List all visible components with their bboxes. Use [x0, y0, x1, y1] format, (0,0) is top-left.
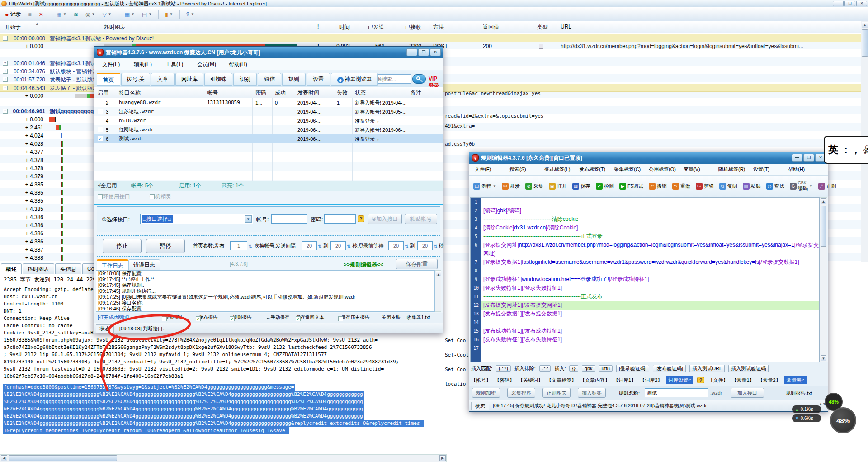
- constants-button[interactable]: 常量表<: [784, 376, 807, 384]
- save-config-button[interactable]: 保存配置: [396, 259, 438, 269]
- code-line-8[interactable]: 8: [471, 267, 819, 275]
- scroll-right-icon[interactable]: ▶: [439, 455, 446, 461]
- collector-file-link[interactable]: 收集器1.txt: [407, 314, 430, 321]
- code-line-14[interactable]: 14: [471, 318, 819, 327]
- code-line-15[interactable]: 15[发布成功特征1][/发布成功特征1]: [471, 327, 819, 335]
- save-return-text-checkbox[interactable]: ✓保存返回文本: [296, 314, 324, 321]
- insert-item-4[interactable]: [发布验证码]: [653, 365, 686, 372]
- menu-item-3[interactable]: 会员(M): [197, 61, 216, 68]
- checkbox-unchecked[interactable]: [162, 316, 167, 321]
- paste-account-button[interactable]: 粘贴帐号: [405, 214, 437, 224]
- column-header-8[interactable]: 类型: [537, 24, 548, 31]
- record-button[interactable]: ● 记录: [3, 10, 23, 19]
- code-line-9[interactable]: 9[登录成功特征1]window.location.href===登录成功了![…: [471, 275, 819, 284]
- checkbox-checked[interactable]: ✓: [296, 316, 301, 321]
- scrollbar-thumb[interactable]: [9, 455, 117, 461]
- code-line-7[interactable]: 7[登录提交数据1]fastloginfield=username&userna…: [471, 258, 819, 267]
- wait-max-spinner[interactable]: 20: [417, 241, 433, 250]
- close-button[interactable]: ✕: [430, 48, 441, 56]
- scroll-up-icon[interactable]: ▲: [436, 271, 441, 276]
- insert-exclude-button[interactable]: .*?: [539, 365, 551, 372]
- help-button[interactable]: ?▼: [184, 10, 197, 19]
- report-checkbox-1[interactable]: ✓>发布报告: [196, 314, 217, 321]
- menu-item-2[interactable]: 工具(T): [165, 61, 183, 68]
- table-row[interactable]: 5红网论坛.wzdr2019-06-...新导入帐号! 2019-06-...: [94, 125, 443, 134]
- footer-button-规则加密[interactable]: 规则加密: [472, 388, 500, 398]
- column-header-3[interactable]: 时间: [323, 24, 350, 31]
- code-line-3[interactable]: 3--------------------------------------清…: [471, 215, 819, 224]
- tab-6[interactable]: 短信: [258, 73, 281, 86]
- tab-7[interactable]: 规则: [282, 73, 306, 86]
- maximize-button[interactable]: ❒: [803, 154, 814, 162]
- toolbar-button-编码[interactable]: GGBK编码▼: [788, 179, 815, 194]
- interval-max-spinner[interactable]: 20: [330, 241, 346, 250]
- save-button[interactable]: ▦▼: [123, 10, 137, 19]
- percent-badge-large[interactable]: 48%: [830, 407, 856, 433]
- rule-editor-link[interactable]: >>规则编辑器<<: [344, 261, 383, 269]
- table-column-0[interactable]: 启用: [98, 89, 108, 97]
- request-group-row[interactable]: − 00:00:00.000 营销神器dx3.1测试站 - Powered by…: [0, 34, 868, 42]
- chevron-down-icon[interactable]: ▼: [245, 215, 252, 223]
- scrollbar-thumb[interactable]: [862, 29, 868, 57]
- checkbox-unchecked[interactable]: [150, 194, 155, 199]
- rule-report-link[interactable]: 规则报告.txt: [786, 390, 812, 397]
- checkbox-unchecked[interactable]: [98, 118, 103, 123]
- stop-button[interactable]: 停止: [103, 239, 142, 253]
- tag-button-b2[interactable]: 【常量2】: [758, 377, 781, 384]
- tab-9[interactable]: e神器浏览器: [331, 73, 378, 86]
- wait-min-spinner[interactable]: 20: [388, 241, 404, 250]
- toolbar-button-保存[interactable]: ▦保存: [570, 181, 593, 192]
- print-button[interactable]: ▤▼: [140, 10, 154, 19]
- interval-min-spinner[interactable]: 20: [302, 241, 317, 250]
- menu-item-6[interactable]: 变量(V): [684, 166, 700, 173]
- toolbar-button-F5调试[interactable]: ▶F5调试: [617, 181, 646, 192]
- rule-editor-titlebar[interactable]: ¥ 规则编辑器4.3.7.6 [永久免费][窗口已置顶] — ❒ ✕: [469, 152, 828, 164]
- account-input[interactable]: [271, 214, 307, 224]
- toolbar-button-查找[interactable]: ◎查找: [764, 181, 787, 192]
- checkbox-unchecked[interactable]: [98, 100, 103, 105]
- detail-tab-2[interactable]: 头信息: [55, 263, 81, 274]
- checkbox-checked[interactable]: ✓: [98, 136, 103, 141]
- help-icon[interactable]: ?: [358, 215, 364, 222]
- code-line-6[interactable]: 6[登录提交网址]http://dx31.wzdr.cn/member.php?…: [471, 241, 819, 258]
- table-column-4[interactable]: 成功: [275, 89, 286, 97]
- menu-item-0[interactable]: 文件(F): [102, 61, 120, 68]
- detail-tab-0[interactable]: 概述: [1, 263, 22, 274]
- accounts-table-header[interactable]: 启用接口名称帐号密码成功发表时间失败状态备注: [94, 87, 443, 98]
- report-checkbox-2[interactable]: ✓>规则报告: [230, 314, 251, 321]
- table-row[interactable]: ✓6测试.wzdr2019-06-...准备登录→: [94, 134, 443, 143]
- scroll-up-icon[interactable]: ▲: [821, 198, 826, 204]
- lock-button[interactable]: ▮▼: [163, 10, 175, 19]
- checkbox-unchecked[interactable]: [98, 109, 103, 114]
- enable-all-toggle[interactable]: √全启用: [98, 182, 117, 190]
- log-scrollbar[interactable]: ▲: [435, 270, 441, 312]
- posted-data-selected[interactable]: formhash=dded3800&posttime=1560733687&wy…: [3, 384, 424, 434]
- view-button[interactable]: ▦▼: [54, 10, 69, 19]
- menu-item-1[interactable]: 搜索(S): [509, 166, 526, 173]
- toolbar-button-撤销[interactable]: ↶撤销: [646, 181, 669, 192]
- maximize-button[interactable]: ❒: [844, 1, 855, 6]
- tab-1[interactable]: 拨号.关: [121, 73, 150, 86]
- table-column-6[interactable]: 失败: [337, 89, 348, 97]
- footer-button-正则相关[interactable]: 正则相关: [542, 388, 571, 398]
- menu-item-4[interactable]: 采集标签(C): [614, 166, 641, 173]
- join-interface-button[interactable]: ②加入接口: [368, 214, 402, 224]
- code-line-2[interactable]: 2[编码]gbk[/编码]: [471, 206, 819, 215]
- close-button[interactable]: ✕: [856, 1, 867, 6]
- table-row[interactable]: 4h518.wzdr2019-06-...准备登录→: [94, 116, 443, 125]
- toolbar-button-粘贴[interactable]: ▥粘贴: [741, 181, 763, 192]
- column-header-9[interactable]: URL: [561, 24, 571, 30]
- log-tab-0[interactable]: 工作日志: [97, 259, 128, 270]
- insert-item-0[interactable]: {}: [569, 365, 578, 372]
- tab-0[interactable]: 首页: [97, 73, 120, 86]
- menu-item-9[interactable]: 帮助(H): [788, 166, 805, 173]
- rule-code-editor[interactable]: 12[编码]gbk[/编码]3-------------------------…: [470, 197, 820, 362]
- toolbar-button-群发[interactable]: ✉群发: [500, 181, 522, 192]
- layers-button[interactable]: ≋: [71, 10, 80, 19]
- insert-item-2[interactable]: utf8: [599, 365, 613, 372]
- rule-name-input[interactable]: [645, 388, 708, 397]
- column-header-2[interactable]: !: [317, 24, 319, 30]
- menu-item-8[interactable]: 设置(T): [753, 166, 769, 173]
- insert-item-5[interactable]: 插入测试URL: [689, 365, 725, 372]
- toolbar-button-复制[interactable]: ⧉复制: [717, 181, 740, 192]
